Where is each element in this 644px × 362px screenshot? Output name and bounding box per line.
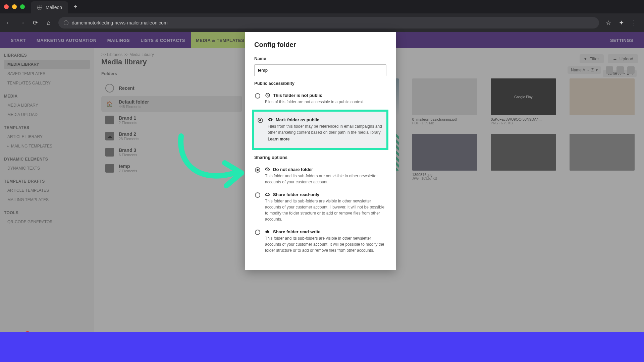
url-field[interactable]: damenmotorkleding-news-mailer.maileon.co… bbox=[58, 17, 599, 28]
cloud-filled-icon bbox=[265, 229, 270, 234]
option-do-not-share[interactable]: Do not share folder This folder and its … bbox=[254, 163, 386, 188]
back-button[interactable]: ← bbox=[5, 19, 12, 26]
svg-line-1 bbox=[266, 94, 269, 97]
cloud-off-icon bbox=[265, 167, 270, 172]
radio-icon[interactable] bbox=[255, 93, 260, 99]
address-bar: ← → ⟳ ⌂ damenmotorkleding-news-mailer.ma… bbox=[0, 13, 644, 32]
browser-chrome: Maileon + ← → ⟳ ⌂ damenmotorkleding-news… bbox=[0, 0, 644, 32]
url-text: damenmotorkleding-news-mailer.maileon.co… bbox=[72, 20, 168, 25]
browser-tab[interactable]: Maileon bbox=[31, 1, 68, 13]
extensions-icon[interactable]: ✦ bbox=[618, 19, 625, 26]
sharing-options-label: Sharing options bbox=[254, 155, 386, 160]
app-viewport: START MARKETING AUTOMATION MAILINGS LIST… bbox=[0, 32, 644, 362]
highlighted-option: Mark folder as public Files from this fo… bbox=[252, 110, 388, 150]
minimize-window-icon[interactable] bbox=[12, 4, 17, 9]
radio-icon[interactable] bbox=[255, 167, 260, 173]
svg-line-2 bbox=[266, 168, 270, 171]
close-window-icon[interactable] bbox=[4, 4, 9, 9]
page-background bbox=[0, 332, 644, 362]
forward-button[interactable]: → bbox=[18, 19, 25, 26]
public-eye-icon bbox=[268, 117, 273, 122]
home-button[interactable]: ⌂ bbox=[45, 19, 52, 26]
option-not-public[interactable]: This folder is not public Files of this … bbox=[254, 89, 386, 108]
globe-icon bbox=[37, 5, 42, 10]
public-accessibility-label: Public accessibility bbox=[254, 81, 386, 86]
radio-icon[interactable] bbox=[255, 192, 260, 198]
config-folder-modal: Config folder Name Public accessibility … bbox=[245, 32, 396, 270]
learn-more-link[interactable]: Learn more bbox=[268, 137, 383, 141]
folder-name-input[interactable] bbox=[254, 64, 386, 76]
menu-dots-icon[interactable]: ⋮ bbox=[631, 19, 637, 26]
option-mark-public[interactable]: Mark folder as public Files from this fo… bbox=[257, 114, 384, 145]
name-label: Name bbox=[254, 56, 386, 61]
option-share-read-only[interactable]: Share folder read-only This folder and i… bbox=[254, 188, 386, 226]
new-tab-button[interactable]: + bbox=[73, 3, 77, 11]
bookmark-star-icon[interactable]: ☆ bbox=[605, 19, 612, 26]
reload-button[interactable]: ⟳ bbox=[32, 19, 39, 26]
site-info-icon bbox=[64, 20, 68, 25]
option-share-read-write[interactable]: Share folder read-write This folder and … bbox=[254, 226, 386, 257]
modal-title: Config folder bbox=[254, 41, 386, 49]
cloud-outline-icon bbox=[265, 192, 270, 197]
radio-icon[interactable] bbox=[258, 118, 263, 123]
tab-bar: Maileon + bbox=[0, 0, 644, 13]
not-public-icon bbox=[265, 93, 270, 98]
radio-icon[interactable] bbox=[255, 230, 260, 235]
window-controls[interactable] bbox=[4, 4, 25, 9]
maximize-window-icon[interactable] bbox=[20, 4, 25, 9]
tab-title: Maileon bbox=[46, 5, 62, 10]
